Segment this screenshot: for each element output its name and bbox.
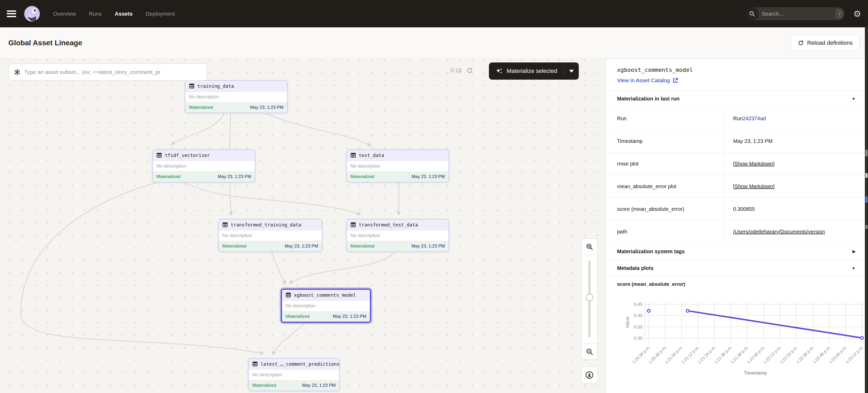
asset-graph-icon	[14, 69, 21, 75]
status-badge: Materialized	[286, 314, 310, 319]
section-system-tags[interactable]: Materialization system tags ▶	[606, 243, 865, 260]
materialize-selected-button[interactable]: Materialize selected	[489, 62, 564, 79]
score-line-chart: 0.300.350.400.45Value1:20:36 p.m.1:20:48…	[606, 287, 865, 383]
page-scrollbar[interactable]	[865, 27, 868, 393]
asset-node-header: training_data	[185, 81, 287, 92]
status-badge: Materialized	[350, 243, 374, 249]
metadata-row-rmse-plot: rmse plot[Show Markdown]	[606, 153, 865, 175]
search-input[interactable]	[758, 11, 835, 17]
data-point[interactable]	[686, 309, 689, 312]
materialization-date: May 23, 1:23 PM	[218, 174, 251, 179]
data-point[interactable]	[861, 336, 864, 339]
dagster-logo-icon[interactable]	[24, 5, 41, 22]
chart-title: score (mean_absolute_error)	[606, 281, 865, 287]
svg-text:0.35: 0.35	[634, 325, 643, 329]
metadata-label: score (mean_absolute_error)	[606, 198, 723, 220]
run-id-link[interactable]: 242374ad	[743, 116, 766, 122]
asset-name: tfidf_vectorizer	[165, 153, 210, 158]
lineage-edge	[264, 112, 371, 146]
materialize-dropdown-button[interactable]	[564, 62, 579, 79]
materialization-date: May 23, 1:23 PM	[411, 174, 445, 179]
asset-status-row: MaterializedMay 23, 1:23 PM	[219, 241, 322, 252]
global-search[interactable]: /	[746, 7, 844, 20]
hamburger-menu-icon[interactable]	[7, 10, 16, 17]
materialization-date: May 23, 1:23 PM	[285, 243, 318, 249]
zoom-controls	[581, 238, 598, 360]
svg-text:1:23:12 p.m.: 1:23:12 p.m.	[844, 345, 864, 364]
metadata-label: path	[606, 221, 723, 243]
table-icon	[222, 222, 228, 227]
asset-status-row: MaterializedMay 23, 1:23 PM	[153, 171, 255, 182]
metadata-label: rmse plot	[606, 153, 723, 175]
metadata-row-timestamp: TimestampMay 23, 1:23 PM	[606, 130, 865, 153]
reload-label: Reload definitions	[807, 39, 852, 46]
metadata-row-path: path/Users/odetteharary/Documents/versio…	[606, 221, 865, 243]
main-nav-tabs: OverviewRunsAssetsDeployment	[53, 11, 175, 17]
caret-down-icon	[569, 70, 574, 73]
table-icon	[189, 83, 194, 89]
run-prefix: Run	[733, 116, 743, 122]
asset-status-row: MaterializedMay 23, 1:23 PM	[347, 241, 448, 252]
svg-text:0.40: 0.40	[634, 313, 643, 318]
asset-name: training_data	[197, 83, 234, 89]
metadata-row-score-mean-absolute-error-: score (mean_absolute_error)0.300855	[606, 198, 865, 221]
table-icon	[350, 222, 356, 227]
zoom-out-button[interactable]	[581, 343, 597, 359]
svg-text:0.30: 0.30	[634, 336, 643, 341]
asset-node-header: transformed_training_data	[219, 220, 322, 230]
view-in-asset-catalog-link[interactable]: View in Asset Catalog	[617, 77, 855, 84]
section-metadata-plots[interactable]: Metadata plots ▼	[606, 260, 865, 276]
asset-node-transformed_test_data[interactable]: transformed_test_dataNo descriptionMater…	[346, 219, 449, 252]
asset-node-tfidf_vectorizer[interactable]: tfidf_vectorizerNo descriptionMaterializ…	[152, 150, 255, 183]
asset-name: test_data	[359, 153, 384, 158]
zoom-in-button[interactable]	[581, 239, 597, 255]
asset-name: latest_…_comment_predictions	[260, 361, 340, 367]
nav-tab-runs[interactable]: Runs	[89, 11, 102, 17]
metadata-value: 0.300855	[733, 206, 755, 212]
nav-tab-assets[interactable]: Assets	[115, 11, 133, 17]
nav-tab-overview[interactable]: Overview	[53, 11, 76, 17]
metadata-value: May 23, 1:23 PM	[733, 138, 772, 144]
asset-node-header: latest_…_comment_predictions	[249, 359, 339, 369]
asset-node-transformed_training_data[interactable]: transformed_training_dataNo descriptionM…	[218, 219, 322, 252]
materialization-date: May 23, 1:23 PM	[302, 383, 336, 388]
lineage-edge	[289, 252, 396, 283]
reload-definitions-button[interactable]: Reload definitions	[791, 35, 860, 51]
data-point[interactable]	[648, 309, 650, 312]
page-title: Global Asset Lineage	[8, 39, 82, 47]
download-graph-button[interactable]	[581, 367, 598, 383]
metadata-value-link[interactable]: [Show Markdown]	[733, 161, 775, 167]
metadata-value-link[interactable]: [Show Markdown]	[733, 184, 775, 190]
lineage-edge	[271, 252, 285, 284]
metadata-value-link[interactable]: /Users/odetteharary/Documents/version	[733, 229, 825, 235]
zoom-slider-handle[interactable]	[586, 294, 593, 301]
table-icon	[156, 153, 162, 158]
metadata-row-run: RunRun 242374ad	[606, 107, 865, 130]
asset-description: No description	[347, 230, 448, 241]
search-shortcut-badge: /	[835, 9, 844, 19]
external-link-icon	[673, 77, 678, 83]
status-badge: Materialized	[252, 383, 276, 388]
asset-subset-input[interactable]	[24, 69, 202, 75]
asset-subset-filter[interactable]	[9, 64, 207, 81]
asset-details-sidebar: xgboost_comments_model View in Asset Cat…	[606, 59, 865, 393]
materialization-metadata-table: RunRun 242374adTimestampMay 23, 1:23 PMr…	[606, 107, 865, 243]
asset-node-xgboost_comments_model[interactable]: xgboost_comments_modelNo descriptionMate…	[281, 289, 371, 323]
status-badge: Materialized	[189, 105, 213, 110]
asset-node-header: test_data	[347, 150, 448, 161]
asset-node-latest__comment_predictions[interactable]: latest_…_comment_predictionsNo descripti…	[248, 358, 340, 391]
settings-gear-icon[interactable]: ⚙	[854, 9, 861, 18]
sparkles-icon	[496, 67, 503, 75]
asset-node-training_data[interactable]: training_dataNo descriptionMaterializedM…	[185, 80, 288, 113]
asset-graph-panel: 0:18 Materialize selected training_dataN…	[0, 59, 606, 393]
section-label: Materialization system tags	[617, 249, 685, 255]
svg-text:0.45: 0.45	[634, 302, 643, 307]
refresh-icon[interactable]	[466, 67, 473, 74]
section-materialization-last-run[interactable]: Materialization in last run ▼	[606, 90, 865, 107]
table-icon	[286, 292, 291, 298]
section-label: Materialization in last run	[617, 96, 680, 102]
dagster-app: OverviewRunsAssetsDeployment / ⚙ Global …	[0, 0, 868, 393]
materialization-date: May 23, 1:23 PM	[333, 314, 366, 319]
nav-tab-deployment[interactable]: Deployment	[146, 11, 175, 17]
asset-node-test_data[interactable]: test_dataNo descriptionMaterializedMay 2…	[346, 150, 449, 183]
